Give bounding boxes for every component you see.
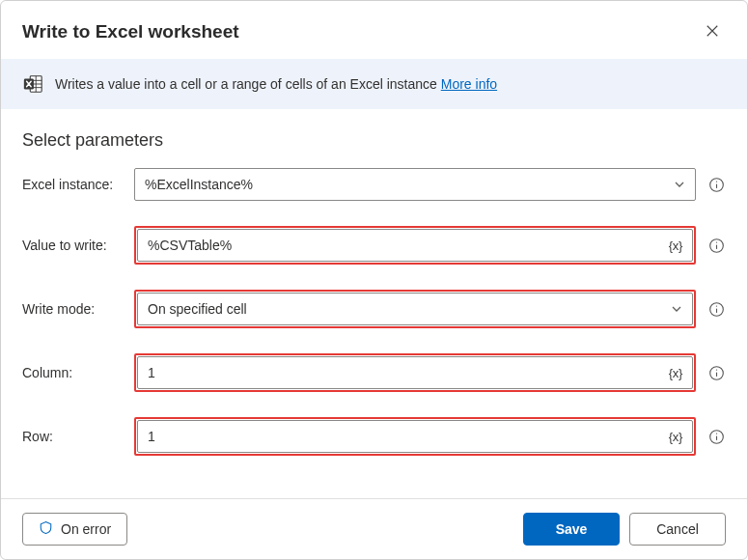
input-row-text[interactable] (148, 429, 663, 444)
select-write-mode[interactable]: On specified cell (137, 293, 693, 325)
section-title: Select parameters (22, 130, 726, 151)
fieldwrap-value-to-write: {x} (134, 226, 696, 265)
on-error-label: On error (61, 521, 111, 537)
cancel-button[interactable]: Cancel (629, 513, 726, 546)
row-column: Column: {x} (22, 353, 726, 392)
input-column[interactable]: {x} (137, 356, 693, 389)
input-value-to-write[interactable]: {x} (137, 229, 693, 262)
cancel-label: Cancel (656, 521, 699, 537)
save-button[interactable]: Save (523, 513, 620, 546)
label-value-to-write: Value to write: (22, 238, 134, 253)
on-error-button[interactable]: On error (22, 513, 127, 546)
content-area: Select parameters Excel instance: %Excel… (1, 109, 747, 498)
variable-picker-icon[interactable]: {x} (663, 366, 682, 380)
row-value-to-write: Value to write: {x} (22, 226, 726, 265)
close-button[interactable] (699, 18, 726, 45)
row-excel-instance: Excel instance: %ExcelInstance% (22, 168, 726, 201)
info-row[interactable] (706, 427, 726, 446)
label-excel-instance: Excel instance: (22, 177, 134, 192)
svg-point-11 (715, 241, 716, 242)
row-write-mode: Write mode: On specified cell (22, 290, 726, 328)
select-excel-instance-value: %ExcelInstance% (145, 177, 253, 192)
dialog-write-to-excel-worksheet: Write to Excel worksheet Writes a value … (0, 0, 748, 560)
dialog-title: Write to Excel worksheet (22, 21, 699, 42)
input-column-text[interactable] (148, 365, 663, 380)
label-row: Row: (22, 429, 134, 444)
banner-desc: Writes a value into a cell or a range of… (55, 76, 441, 92)
svg-point-17 (715, 369, 716, 370)
titlebar: Write to Excel worksheet (1, 1, 747, 59)
input-value-to-write-text[interactable] (148, 238, 663, 253)
info-column[interactable] (706, 363, 726, 382)
save-label: Save (556, 521, 588, 537)
chevron-down-icon (665, 303, 682, 315)
label-write-mode: Write mode: (22, 301, 134, 317)
fieldwrap-column: {x} (134, 353, 696, 392)
info-banner: Writes a value into a cell or a range of… (1, 59, 747, 109)
close-icon (706, 24, 719, 41)
svg-point-20 (715, 433, 716, 434)
variable-picker-icon[interactable]: {x} (663, 238, 682, 253)
dialog-footer: On error Save Cancel (1, 498, 747, 559)
select-excel-instance[interactable]: %ExcelInstance% (134, 168, 696, 201)
row-row: Row: {x} (22, 417, 726, 456)
info-value-to-write[interactable] (706, 236, 726, 255)
shield-icon (39, 520, 53, 538)
info-excel-instance[interactable] (706, 175, 726, 194)
fieldwrap-row: {x} (134, 417, 696, 456)
chevron-down-icon (668, 179, 685, 190)
fieldwrap-excel-instance: %ExcelInstance% (134, 168, 696, 201)
label-column: Column: (22, 365, 134, 380)
input-row[interactable]: {x} (137, 420, 693, 453)
more-info-link[interactable]: More info (441, 76, 497, 92)
variable-picker-icon[interactable]: {x} (663, 430, 682, 444)
excel-icon (22, 73, 43, 95)
info-write-mode[interactable] (706, 299, 726, 319)
svg-point-14 (715, 305, 716, 306)
select-write-mode-value: On specified cell (148, 301, 247, 317)
info-banner-text: Writes a value into a cell or a range of… (55, 76, 497, 92)
fieldwrap-write-mode: On specified cell (134, 290, 696, 328)
svg-point-8 (715, 181, 716, 182)
